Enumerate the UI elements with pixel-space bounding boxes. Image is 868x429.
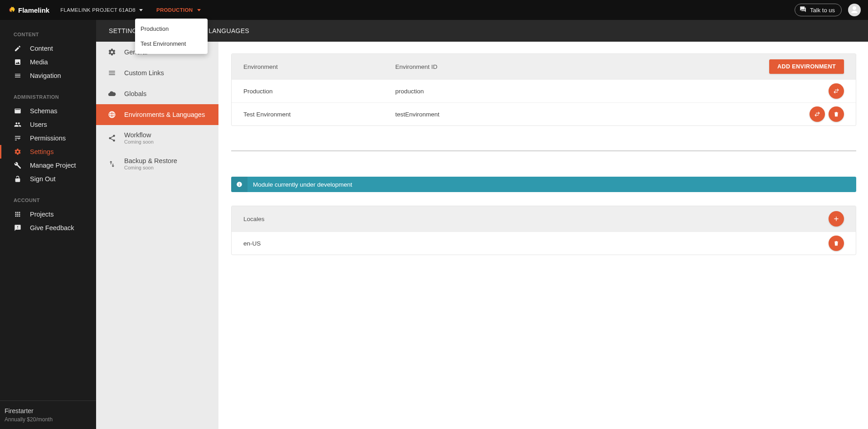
brand-name: Flamelink	[18, 6, 49, 14]
add-locale-button[interactable]	[829, 211, 844, 227]
image-icon	[14, 58, 22, 66]
info-banner: Module currently under development	[231, 177, 856, 192]
wrench-icon	[14, 162, 22, 169]
info-icon	[231, 177, 247, 192]
settings-tab-globals[interactable]: Globals	[96, 83, 218, 104]
info-text: Module currently under development	[247, 181, 352, 188]
sidebar-footer: Firestarter Annually $20/month	[0, 400, 96, 429]
talk-label: Talk to us	[810, 7, 835, 14]
project-name: FLAMELINK PROJECT 61AD8	[60, 7, 136, 13]
environments-table-header: Environment Environment ID ADD ENVIRONME…	[232, 54, 856, 79]
swap-icon-button[interactable]	[829, 83, 844, 99]
locales-header: Locales	[232, 206, 856, 231]
users-icon	[14, 121, 22, 128]
env-option-production[interactable]: Production	[135, 21, 208, 36]
swap-icon-button[interactable]	[810, 106, 825, 122]
settings-tab-backup[interactable]: Backup & RestoreComing soon	[96, 151, 218, 177]
sidebar-section-content: CONTENT	[0, 20, 96, 42]
breadcrumb-bar: SETTINGS - ENVIRONMENTS & LANGUAGES	[96, 20, 868, 42]
sidebar-item-schemas[interactable]: Schemas	[0, 104, 96, 118]
card-icon	[14, 107, 22, 115]
brand-logo: Flamelink	[7, 6, 49, 14]
col-environment: Environment	[243, 63, 395, 70]
env-row-production: Production production	[232, 79, 856, 102]
pencil-icon	[14, 45, 22, 52]
sidebar-item-feedback[interactable]: Give Feedback	[0, 221, 96, 235]
user-avatar[interactable]	[848, 4, 861, 16]
swap-vert-icon	[108, 160, 116, 168]
sidebar-item-projects[interactable]: Projects	[0, 207, 96, 221]
sidebar-item-signout[interactable]: Sign Out	[0, 172, 96, 186]
talk-to-us-button[interactable]: Talk to us	[795, 4, 842, 16]
grid-icon	[14, 211, 22, 218]
col-environment-id: Environment ID	[395, 63, 437, 70]
share-icon	[108, 134, 116, 142]
sidebar-item-manage-project[interactable]: Manage Project	[0, 159, 96, 172]
globe-icon	[108, 111, 116, 119]
plan-name: Firestarter	[5, 407, 92, 415]
menu-icon	[14, 72, 22, 79]
cloud-icon	[108, 90, 116, 98]
sidebar: CONTENT Content Media Navigation ADMINIS…	[0, 20, 96, 429]
sidebar-item-users[interactable]: Users	[0, 118, 96, 131]
env-id: production	[395, 88, 424, 95]
sidebar-item-settings[interactable]: Settings	[0, 145, 96, 159]
chevron-down-icon	[197, 9, 201, 11]
locales-card: Locales en-US	[231, 206, 856, 255]
delete-icon-button[interactable]	[829, 106, 844, 122]
env-id: testEnvironment	[395, 111, 440, 118]
environment-dropdown-menu: Production Test Environment	[135, 19, 208, 54]
env-name: Production	[243, 88, 395, 95]
delete-icon-button[interactable]	[829, 236, 844, 251]
env-row-test: Test Environment testEnvironment	[232, 102, 856, 125]
project-dropdown[interactable]: FLAMELINK PROJECT 61AD8	[60, 7, 143, 13]
environment-current: PRODUCTION	[156, 7, 193, 13]
environment-dropdown[interactable]: PRODUCTION	[156, 7, 201, 13]
chat-icon	[800, 6, 806, 14]
sidebar-section-account: ACCOUNT	[0, 186, 96, 207]
lock-icon	[14, 175, 22, 183]
sidebar-item-media[interactable]: Media	[0, 55, 96, 69]
sidebar-item-content[interactable]: Content	[0, 42, 96, 55]
sidebar-section-admin: ADMINISTRATION	[0, 82, 96, 104]
settings-tab-workflow[interactable]: WorkflowComing soon	[96, 125, 218, 151]
sidebar-item-navigation[interactable]: Navigation	[0, 69, 96, 82]
content-area: Environment Environment ID ADD ENVIRONME…	[218, 42, 868, 429]
flame-icon	[7, 6, 15, 14]
gear-icon	[14, 148, 22, 155]
env-name: Test Environment	[243, 111, 395, 118]
gear-icon	[108, 48, 116, 56]
locales-title: Locales	[243, 216, 265, 222]
sliders-icon	[14, 135, 22, 142]
add-environment-button[interactable]: ADD ENVIRONMENT	[769, 59, 844, 74]
settings-nav: General Custom Links Globals Environment…	[96, 42, 218, 429]
topbar: Flamelink FLAMELINK PROJECT 61AD8 PRODUC…	[0, 0, 868, 20]
chevron-down-icon	[139, 9, 143, 11]
feedback-icon	[14, 224, 22, 231]
divider	[231, 150, 856, 151]
locale-value: en-US	[243, 240, 261, 247]
settings-tab-custom-links[interactable]: Custom Links	[96, 63, 218, 83]
plan-price: Annually $20/month	[5, 416, 92, 423]
sidebar-item-permissions[interactable]: Permissions	[0, 131, 96, 145]
settings-tab-environments[interactable]: Environments & Languages	[96, 104, 218, 125]
environments-card: Environment Environment ID ADD ENVIRONME…	[231, 53, 856, 126]
list-icon	[108, 69, 116, 77]
locale-row: en-US	[232, 231, 856, 255]
env-option-test[interactable]: Test Environment	[135, 36, 208, 51]
